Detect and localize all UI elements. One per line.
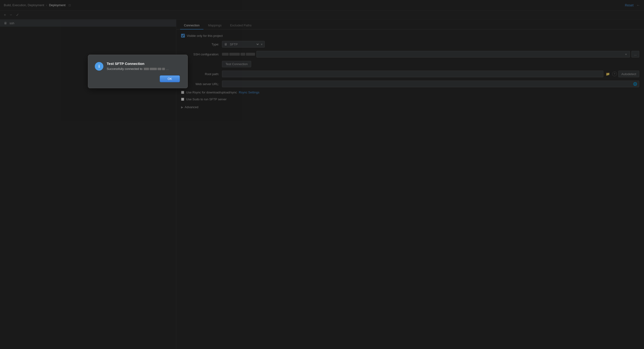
info-icon: i (95, 62, 103, 71)
dialog-message: Successfully connected to … (107, 67, 169, 71)
conn-block-1 (144, 68, 149, 70)
conn-block-4 (162, 68, 165, 70)
dialog-title: Test SFTP Connection (107, 62, 169, 66)
conn-block-2 (150, 68, 157, 70)
conn-dots: … (166, 67, 169, 71)
dialog-footer: OK (95, 75, 180, 82)
connected-blocks: … (144, 67, 169, 71)
dialog-content: Test SFTP Connection Successfully connec… (107, 62, 169, 71)
test-connection-dialog: i Test SFTP Connection Successfully conn… (88, 55, 188, 88)
dialog-header: i Test SFTP Connection Successfully conn… (95, 62, 180, 71)
dialog-overlay: i Test SFTP Connection Successfully conn… (0, 0, 644, 349)
ok-button[interactable]: OK (160, 75, 180, 82)
conn-block-3 (158, 68, 161, 70)
